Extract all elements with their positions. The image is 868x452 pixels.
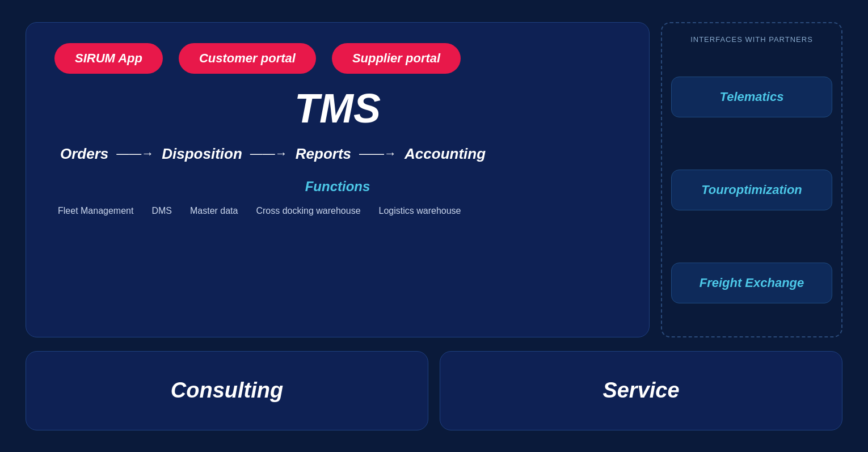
workflow-step-orders: Orders (60, 145, 108, 163)
tms-workflow: Orders ——→ Disposition ——→ Reports ——→ A… (54, 145, 621, 163)
tms-box: SIRUM App Customer portal Supplier porta… (26, 22, 650, 337)
supplier-portal-button[interactable]: Supplier portal (332, 43, 461, 74)
touroptimization-button[interactable]: Touroptimization (671, 170, 832, 210)
function-cross-docking: Cross docking warehouse (256, 206, 360, 216)
customer-portal-button[interactable]: Customer portal (179, 43, 316, 74)
main-container: SIRUM App Customer portal Supplier porta… (14, 11, 854, 442)
function-logistics-warehouse: Logistics warehouse (379, 206, 461, 216)
portals-row: SIRUM App Customer portal Supplier porta… (54, 43, 621, 74)
function-dms: DMS (151, 206, 172, 216)
function-master-data: Master data (190, 206, 238, 216)
functions-label: Functions (54, 179, 621, 195)
sirum-app-button[interactable]: SIRUM App (54, 43, 163, 74)
functions-list: Fleet Management DMS Master data Cross d… (54, 206, 621, 216)
consulting-button[interactable]: Consulting (26, 351, 428, 430)
bottom-section: Consulting Service (26, 351, 842, 430)
interfaces-box: INTERFACES WITH PARTNERS Telematics Tour… (661, 22, 842, 337)
workflow-step-reports: Reports (296, 145, 351, 163)
interfaces-label: INTERFACES WITH PARTNERS (671, 35, 832, 45)
workflow-arrow-2: ——→ (250, 146, 288, 161)
telematics-button[interactable]: Telematics (671, 77, 832, 117)
workflow-step-accounting: Accounting (404, 145, 486, 163)
workflow-arrow-1: ——→ (116, 146, 154, 161)
function-fleet-management: Fleet Management (58, 206, 133, 216)
tms-title: TMS (54, 85, 621, 132)
top-section: SIRUM App Customer portal Supplier porta… (26, 22, 842, 337)
interface-buttons: Telematics Touroptimization Freight Exch… (671, 55, 832, 325)
workflow-arrow-3: ——→ (359, 146, 397, 161)
workflow-step-disposition: Disposition (162, 145, 242, 163)
freight-exchange-button[interactable]: Freight Exchange (671, 263, 832, 303)
service-button[interactable]: Service (440, 351, 842, 430)
